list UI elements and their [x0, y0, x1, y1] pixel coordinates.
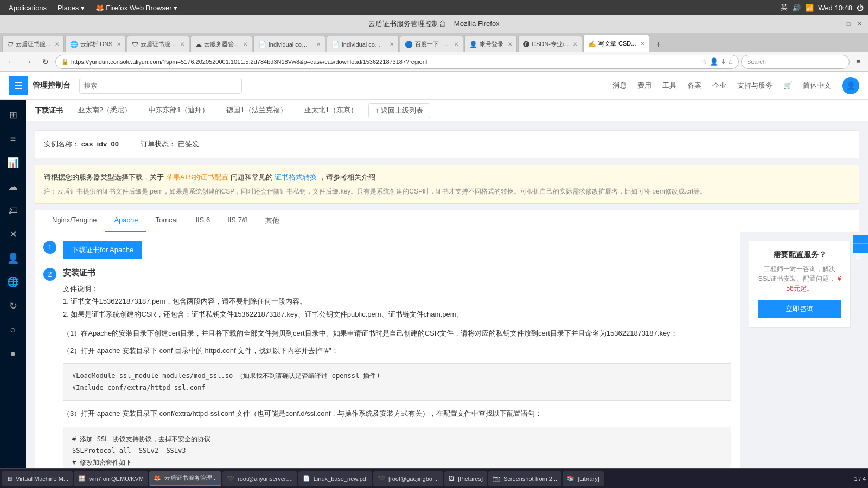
- warning-text: 请根据您的服务器类型选择下载，关于 苹果ATS的证书配置 问题和常见的 证书格式…: [44, 172, 850, 183]
- tab-apache[interactable]: Apache: [105, 210, 146, 232]
- steps-with-sidebar: 1 下载证书for Apache 2 安装证书: [35, 232, 859, 468]
- lang-indicator[interactable]: 英: [781, 3, 788, 12]
- taskbar-item-4[interactable]: 📄Linux_base_new.pdf: [298, 471, 372, 486]
- menu-button[interactable]: ≡: [852, 55, 865, 68]
- subnav-dubai[interactable]: 中东东部1（迪拜）: [142, 100, 215, 121]
- taskbar-item-7[interactable]: 📷Screenshot from 2...: [488, 471, 561, 486]
- refresh-button[interactable]: ↻: [38, 54, 53, 69]
- site-logo-icon: ☰: [9, 76, 28, 95]
- tab-other[interactable]: 其他: [257, 210, 288, 232]
- sidebar-list-icon[interactable]: ≡: [2, 128, 24, 150]
- maximize-button[interactable]: □: [844, 20, 853, 28]
- firefox-menu[interactable]: 🦊 Firefox Web Browser ▾: [91, 3, 182, 13]
- taskbar-item-1[interactable]: 🪟win7 on QEMU/KVM: [74, 471, 148, 486]
- nav-lang[interactable]: 简体中文: [803, 81, 831, 91]
- file-desc-title: 文件说明：: [63, 282, 731, 295]
- instruction-1: （1）在Apache的安装目录下创建cert目录，并且将下载的全部文件拷贝到ce…: [63, 327, 731, 339]
- lock-icon: 🔒: [61, 58, 69, 65]
- browser-tab-1[interactable]: 🌐云解析 DNS✕: [65, 36, 126, 52]
- titlebar-controls: ─ □ ✕: [833, 20, 864, 28]
- user-avatar[interactable]: 👤: [842, 77, 859, 94]
- taskbar-item-2[interactable]: 🦊云盾证书服务管理...: [149, 471, 221, 486]
- browser-tab-7[interactable]: 👤帐号登录✕: [464, 36, 517, 52]
- subnav-sydney[interactable]: 亚太南2（悉尼）: [72, 100, 138, 121]
- new-tab-button[interactable]: +: [650, 37, 666, 52]
- sidebar-refresh-icon[interactable]: ↻: [2, 295, 24, 317]
- widget-suggest[interactable]: 建议: [853, 244, 868, 253]
- user-icon[interactable]: 👤: [710, 57, 718, 66]
- datetime-display: Wed 10:48: [818, 4, 852, 12]
- warning-box: 请根据您的服务器类型选择下载，关于 苹果ATS的证书配置 问题和常见的 证书格式…: [35, 165, 859, 204]
- step-2-content: 安装证书 文件说明： 1. 证书文件1536221873187.pem，包含两段…: [63, 268, 731, 468]
- taskbar-item-3[interactable]: 🖤root@aliyunserver:...: [222, 471, 297, 486]
- browser-tab-9[interactable]: ✍写文章-CSD...✕: [583, 35, 649, 52]
- site-header: ☰ 管理控制台 消息 费用 工具 备案 企业 支持与服务 🛒 简体中文 👤: [0, 72, 868, 100]
- sidebar-globe-icon[interactable]: 🌐: [2, 271, 24, 293]
- close-button[interactable]: ✕: [855, 20, 864, 28]
- tab-iis6[interactable]: IIS 6: [187, 210, 219, 232]
- bookmark-icon[interactable]: ☆: [701, 57, 707, 66]
- sidebar-person-icon[interactable]: 👤: [2, 247, 24, 269]
- nav-support[interactable]: 支持与服务: [737, 81, 773, 91]
- order-label: 订单状态： 已签发: [141, 139, 199, 149]
- sidebar-dot-icon[interactable]: ●: [2, 343, 24, 364]
- tab-tomcat[interactable]: Tomcat: [146, 210, 187, 232]
- sidebar-cloud-icon[interactable]: ☁: [2, 176, 24, 197]
- sidebar-circle-icon[interactable]: ○: [2, 319, 24, 341]
- sidebar-grid-icon[interactable]: ⊞: [2, 104, 24, 126]
- subnav-tokyo[interactable]: 亚太北1（东京）: [298, 100, 364, 121]
- subnav-frankfurt[interactable]: 德国1（法兰克福）: [220, 100, 293, 121]
- browser-tab-4[interactable]: 📄Individual comm...✕: [253, 36, 326, 52]
- tab-iis78[interactable]: IIS 7/8: [219, 210, 257, 232]
- nav-message[interactable]: 消息: [612, 81, 627, 91]
- applications-menu[interactable]: Applications: [4, 3, 51, 13]
- browser-tab-5[interactable]: 📄Individual comm...✕: [327, 36, 399, 52]
- forward-button[interactable]: →: [21, 54, 36, 69]
- install-content: 文件说明： 1. 证书文件1536221873187.pem，包含两段内容，请不…: [63, 282, 731, 468]
- nav-enterprise[interactable]: 企业: [712, 81, 726, 91]
- sidebar-cross-icon[interactable]: ✕: [2, 223, 24, 245]
- nav-record[interactable]: 备案: [687, 81, 701, 91]
- home-icon[interactable]: ⌂: [729, 57, 733, 66]
- apple-ats-link[interactable]: 苹果ATS的证书配置: [166, 173, 228, 181]
- search-bar[interactable]: Search: [741, 55, 850, 69]
- browser-tab-8[interactable]: 🅒CSDN-专业i...✕: [518, 36, 582, 52]
- taskbar-item-8[interactable]: 📚[Library]: [563, 471, 604, 486]
- power-icon[interactable]: ⏻: [857, 4, 864, 12]
- instance-value: cas_idv_00: [81, 140, 119, 148]
- file-desc-item-1: 1. 证书文件1536221873187.pem，包含两段内容，请不要删除任何一…: [63, 295, 731, 307]
- site-search-input[interactable]: [79, 78, 242, 94]
- browser-tab-6[interactable]: 🔵百度一下，...✕: [400, 36, 463, 52]
- code-block-1: #LoadModule ssl_module modules/mod_ssl.s…: [63, 363, 731, 401]
- sidebar-chart-icon[interactable]: 📊: [2, 152, 24, 174]
- nav-fee[interactable]: 费用: [637, 81, 652, 91]
- back-to-list-button[interactable]: ↑ 返回上级列表: [368, 103, 430, 118]
- site-nav: 消息 费用 工具 备案 企业 支持与服务 🛒 简体中文 👤: [612, 77, 859, 94]
- taskbar-item-5[interactable]: 🖤[root@gaojingbo:...: [373, 471, 443, 486]
- back-button[interactable]: ←: [3, 54, 18, 69]
- url-actions: ☆ 👤 ⬇ ⌂: [701, 57, 733, 66]
- download-cert-button[interactable]: 下载证书for Apache: [63, 241, 142, 259]
- os-topbar-right: 英 🔊 📶 Wed 10:48 ⏻: [781, 3, 864, 12]
- taskbar-item-6[interactable]: 🖼[Pictures]: [444, 471, 487, 486]
- browser-tab-0[interactable]: 🛡云盾证书服...✕: [2, 36, 64, 52]
- step-2-circle: 2: [43, 268, 56, 281]
- browser-tab-2[interactable]: 🛡云盾证书服...✕: [127, 36, 189, 52]
- service-card-title: 需要配置服务？: [758, 250, 841, 260]
- nav-cart[interactable]: 🛒: [783, 81, 792, 89]
- places-menu[interactable]: Places ▾: [53, 3, 89, 13]
- download-icon[interactable]: ⬇: [720, 57, 726, 66]
- browser-title: 云盾证书服务管理控制台 – Mozilla Firefox: [368, 19, 499, 29]
- minimize-button[interactable]: ─: [833, 20, 842, 28]
- tab-nginx[interactable]: Nginx/Tengine: [43, 210, 105, 232]
- browser-tab-3[interactable]: ☁云服务器管...✕: [190, 36, 252, 52]
- file-desc-item-2: 2. 如果是证书系统创建的CSR，还包含：证书私钥文件1536221873187…: [63, 308, 731, 320]
- sidebar-tag-icon[interactable]: 🏷: [2, 200, 24, 221]
- taskbar-item-0[interactable]: 🖥Virtual Machine M...: [2, 471, 73, 486]
- consult-button[interactable]: 立即咨询: [758, 300, 841, 318]
- nav-tools[interactable]: 工具: [662, 81, 676, 91]
- widget-consult[interactable]: 咨询: [853, 235, 868, 244]
- cert-format-link[interactable]: 证书格式转换: [275, 173, 317, 181]
- url-bar[interactable]: 🔒 https://yundun.console.aliyun.com/?spm…: [55, 55, 739, 69]
- instruction-3: （3）打开 apache 安装目录下 conf/extra/httpd-ssl.…: [63, 407, 731, 420]
